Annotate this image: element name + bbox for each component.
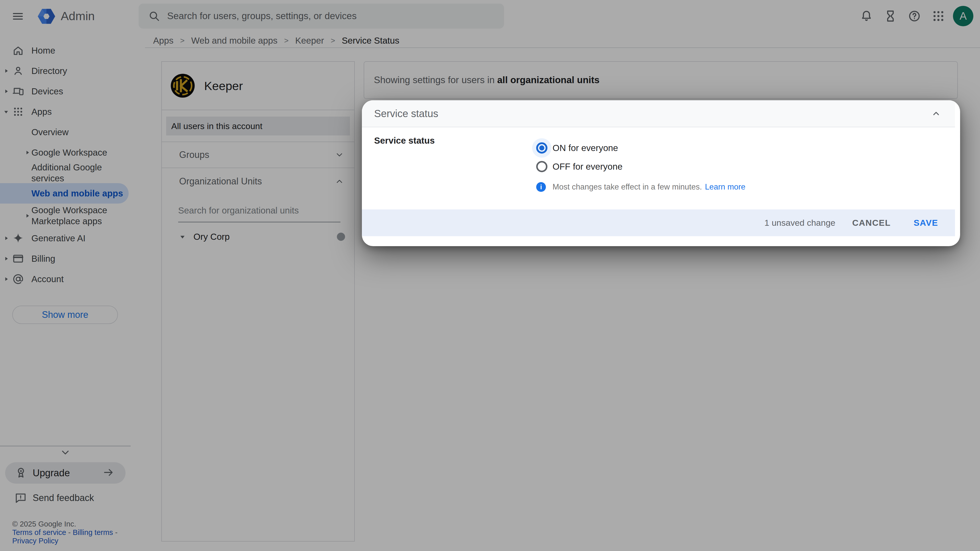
radio-off-for-everyone[interactable]: OFF for everyone [532,157,622,176]
dialog-header: Service status [362,100,955,127]
info-icon: i [536,182,546,192]
modal-scrim[interactable] [0,0,980,551]
learn-more-link[interactable]: Learn more [705,183,746,192]
radio-halo [532,138,552,158]
radio-unselected-icon [536,161,547,172]
service-status-field-label: Service status [374,135,434,146]
unsaved-changes-text: 1 unsaved change [764,218,835,228]
save-button[interactable]: SAVE [914,218,938,228]
admin-console-page: Admin Search for users, groups, settings… [0,0,980,551]
radio-halo [532,157,552,176]
radio-selected-icon [536,142,547,154]
collapse-section-icon[interactable] [931,108,942,119]
dialog-body: Service status ON for everyone OFF for e… [362,127,955,210]
dialog-footer: 1 unsaved change CANCEL SAVE [362,210,955,236]
radio-on-for-everyone[interactable]: ON for everyone [532,138,618,158]
service-status-card: Service status Service status ON for eve… [362,100,955,237]
info-text: Most changes take effect in a few minute… [552,183,702,192]
info-row: i Most changes take effect in a few minu… [536,180,746,194]
service-status-dialog: Service status Service status ON for eve… [362,100,960,246]
dialog-title: Service status [374,108,438,119]
cancel-button[interactable]: CANCEL [852,218,891,228]
